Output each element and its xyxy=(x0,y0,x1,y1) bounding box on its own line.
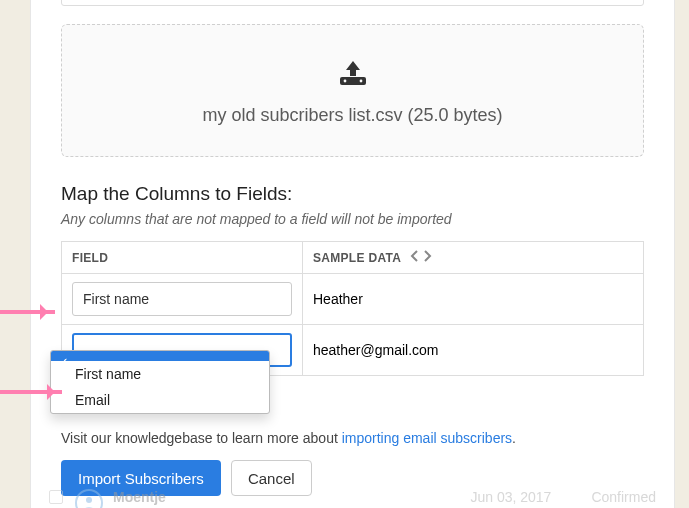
dropdown-option-email[interactable]: Email xyxy=(51,387,269,413)
sample-data-cell: Heather xyxy=(303,274,644,325)
help-text: Visit our knowledgebase to learn more ab… xyxy=(61,430,644,446)
help-prefix: Visit our knowledgebase to learn more ab… xyxy=(61,430,342,446)
help-link[interactable]: importing email subscribers xyxy=(342,430,512,446)
svg-point-2 xyxy=(359,80,362,83)
header-sample: SAMPLE DATA xyxy=(303,242,644,274)
avatar xyxy=(75,489,103,508)
background-subscriber-row: Moentje Jun 03, 2017 Confirmed xyxy=(31,486,674,508)
row-checkbox[interactable] xyxy=(49,490,63,504)
dropdown-option-blank[interactable] xyxy=(51,351,269,361)
file-upload-dropzone[interactable]: my old subcribers list.csv (25.0 bytes) xyxy=(61,24,644,157)
subscriber-name: Moentje xyxy=(113,489,166,505)
field-select-row-1[interactable]: First name xyxy=(72,282,292,316)
map-columns-note: Any columns that are not mapped to a fie… xyxy=(61,211,644,227)
header-sample-label: SAMPLE DATA xyxy=(313,251,401,265)
uploaded-filename: my old subcribers list.csv (25.0 bytes) xyxy=(72,105,633,126)
header-field: FIELD xyxy=(62,242,303,274)
svg-point-3 xyxy=(86,497,92,503)
import-panel: my old subcribers list.csv (25.0 bytes) … xyxy=(30,0,675,508)
subscriber-status: Confirmed xyxy=(591,489,656,505)
table-row: First name Heather xyxy=(62,274,644,325)
field-select-dropdown: First name Email xyxy=(50,350,270,414)
help-suffix: . xyxy=(512,430,516,446)
map-columns-title: Map the Columns to Fields: xyxy=(61,183,644,205)
collapsed-prev-section xyxy=(61,0,644,6)
annotation-arrow-dropdown-option xyxy=(0,390,62,394)
svg-point-1 xyxy=(343,80,346,83)
upload-icon xyxy=(336,59,370,91)
subscriber-date: Jun 03, 2017 xyxy=(470,489,551,505)
sample-data-cell: heather@gmail.com xyxy=(303,325,644,376)
sample-prev-icon[interactable] xyxy=(410,250,420,262)
dropdown-option-first-name[interactable]: First name xyxy=(51,361,269,387)
annotation-arrow-field-select xyxy=(0,310,55,314)
sample-next-icon[interactable] xyxy=(422,250,432,262)
